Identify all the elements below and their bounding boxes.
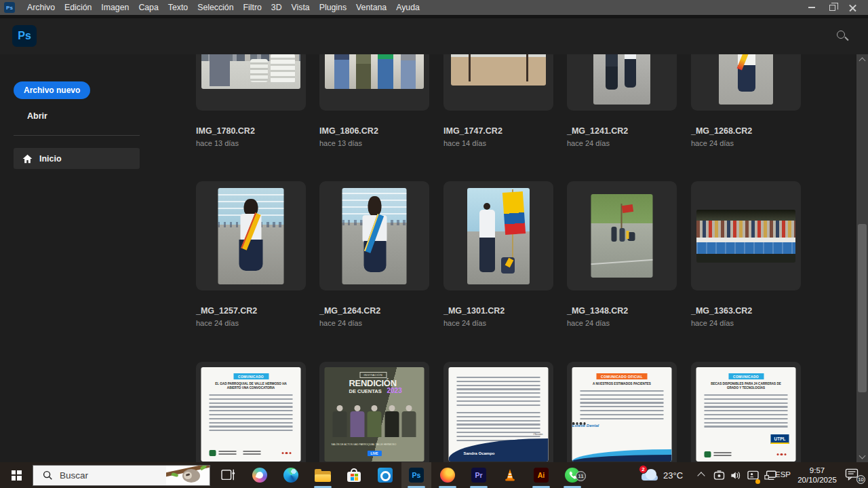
weather-widget[interactable]: 2 23°C bbox=[641, 462, 683, 488]
menu-texto[interactable]: Texto bbox=[163, 1, 193, 14]
menu-ventana[interactable]: Ventana bbox=[351, 1, 391, 14]
scroll-up-arrow[interactable] bbox=[859, 58, 865, 64]
task-view-button[interactable] bbox=[220, 467, 237, 483]
taskbar-search-box[interactable] bbox=[33, 465, 210, 486]
microsoft-store-button[interactable] bbox=[346, 467, 362, 483]
weather-alert-badge: 2 bbox=[639, 465, 648, 474]
new-file-button[interactable]: Archivo nuevo bbox=[14, 81, 90, 99]
firefox-button[interactable] bbox=[439, 467, 456, 483]
sidebar-divider bbox=[14, 135, 140, 136]
clock[interactable]: 9:57 20/10/2025 bbox=[795, 466, 840, 485]
file-card[interactable] bbox=[567, 54, 677, 111]
whatsapp-badge: 11 bbox=[576, 471, 586, 481]
file-card[interactable] bbox=[196, 181, 306, 290]
start-button[interactable] bbox=[0, 462, 33, 488]
close-button[interactable] bbox=[842, 0, 863, 15]
outlook-button[interactable] bbox=[377, 467, 393, 483]
menu-archivo[interactable]: Archivo bbox=[22, 1, 60, 14]
search-input[interactable] bbox=[60, 470, 141, 481]
sidebar-item-home[interactable]: Inicio bbox=[14, 148, 140, 169]
show-hidden-icons-chevron[interactable] bbox=[697, 472, 705, 479]
menu-vista[interactable]: Vista bbox=[287, 1, 315, 14]
file-name[interactable]: _MG_1264.CR2 bbox=[319, 306, 435, 316]
menu-plugins[interactable]: Plugins bbox=[315, 1, 351, 14]
file-name[interactable]: _MG_1363.CR2 bbox=[691, 306, 806, 316]
file-card[interactable]: INVITACIÓN RENDICIÓN DE CUENTAS 2023 SAL… bbox=[319, 362, 429, 462]
poster-title: A NUESTROS ESTIMADOS PACIENTES bbox=[582, 382, 663, 386]
sidebar-home-label: Inicio bbox=[39, 154, 62, 164]
minimize-button[interactable] bbox=[802, 0, 822, 15]
file-card[interactable]: COMUNICADO BECAS DISPONIBLES PARA 24 CAR… bbox=[691, 362, 801, 462]
file-card[interactable] bbox=[691, 54, 801, 111]
keyboard-language-button[interactable]: ESP bbox=[775, 470, 791, 478]
menu-seleccion[interactable]: Selección bbox=[193, 1, 238, 14]
file-name[interactable]: IMG_1780.CR2 bbox=[196, 126, 311, 136]
notification-center-button[interactable]: 10 bbox=[845, 468, 863, 482]
menu-edicion[interactable]: Edición bbox=[60, 1, 96, 14]
menu-items: Archivo Edición Imagen Capa Texto Selecc… bbox=[22, 1, 425, 14]
date-label: 20/10/2025 bbox=[795, 475, 840, 485]
file-card[interactable] bbox=[567, 181, 677, 290]
premiere-icon: Pr bbox=[471, 468, 486, 483]
cast-icon bbox=[713, 470, 725, 481]
restore-icon bbox=[829, 5, 835, 11]
poster-badge: COMUNICADO bbox=[233, 373, 269, 379]
file-card[interactable]: COMUNICADO OFICIAL A NUESTROS ESTIMADOS … bbox=[567, 362, 677, 462]
file-age: hace 13 días bbox=[319, 139, 435, 147]
menu-imagen[interactable]: Imagen bbox=[96, 1, 134, 14]
windows-taskbar: Ps Pr Ai 11 2 23°C bbox=[0, 462, 868, 488]
search-icon bbox=[837, 31, 845, 39]
task-view-icon bbox=[221, 468, 236, 482]
file-name[interactable]: _MG_1348.CR2 bbox=[567, 306, 682, 316]
illustrator-icon: Ai bbox=[534, 468, 549, 483]
file-card[interactable] bbox=[319, 181, 429, 290]
menu-capa[interactable]: Capa bbox=[134, 1, 163, 14]
file-thumbnail: COMUNICADO EL GAD PARROQUIAL DE VALLE HE… bbox=[201, 367, 301, 462]
cast-tray-button[interactable] bbox=[713, 470, 725, 483]
file-card[interactable] bbox=[443, 181, 553, 290]
photoshop-icon: Ps bbox=[409, 468, 424, 483]
file-card[interactable] bbox=[443, 54, 553, 111]
vlc-button[interactable] bbox=[502, 467, 518, 483]
scrollbar-thumb[interactable] bbox=[858, 224, 867, 392]
edge-icon bbox=[283, 468, 298, 483]
file-explorer-icon bbox=[315, 469, 331, 482]
scroll-down-arrow[interactable] bbox=[859, 453, 865, 459]
time-label: 9:57 bbox=[795, 466, 840, 475]
file-card[interactable] bbox=[196, 54, 306, 111]
file-thumbnail: COMUNICADO BECAS DISPONIBLES PARA 24 CAR… bbox=[696, 367, 796, 462]
file-card[interactable] bbox=[691, 181, 801, 290]
photoshop-taskbar-button[interactable]: Ps bbox=[408, 467, 425, 483]
file-name[interactable]: _MG_1241.CR2 bbox=[567, 126, 682, 136]
illustrator-button[interactable]: Ai bbox=[533, 467, 549, 483]
account-notification-tray-button[interactable] bbox=[747, 470, 759, 483]
copilot-button[interactable] bbox=[252, 467, 268, 483]
file-card[interactable]: #Sesión Sandra Ocampo bbox=[443, 362, 553, 462]
file-explorer-button[interactable] bbox=[315, 467, 331, 483]
premiere-button[interactable]: Pr bbox=[471, 467, 487, 483]
volume-tray-button[interactable] bbox=[730, 470, 742, 483]
edge-button[interactable] bbox=[283, 467, 299, 483]
menu-3d[interactable]: 3D bbox=[267, 1, 287, 14]
file-card[interactable]: COMUNICADO EL GAD PARROQUIAL DE VALLE HE… bbox=[196, 362, 306, 462]
file-name[interactable]: _MG_1301.CR2 bbox=[443, 306, 559, 316]
file-card[interactable] bbox=[319, 54, 429, 111]
whatsapp-button[interactable]: 11 bbox=[564, 467, 580, 483]
scrollbar bbox=[856, 54, 868, 462]
outlook-icon bbox=[378, 468, 393, 483]
file-name[interactable]: _MG_1257.CR2 bbox=[196, 306, 311, 316]
file-thumbnail: #Sesión Sandra Ocampo bbox=[449, 367, 549, 462]
cloud-icon: 2 bbox=[641, 469, 658, 481]
restore-button[interactable] bbox=[822, 0, 842, 15]
file-name[interactable]: IMG_1806.CR2 bbox=[319, 126, 435, 136]
search-highlight-sloth-image[interactable] bbox=[166, 465, 210, 486]
file-thumbnail bbox=[218, 188, 284, 284]
search-button[interactable] bbox=[835, 29, 850, 44]
menu-ayuda[interactable]: Ayuda bbox=[391, 1, 425, 14]
file-name[interactable]: _MG_1268.CR2 bbox=[691, 126, 806, 136]
file-name[interactable]: IMG_1747.CR2 bbox=[443, 126, 559, 136]
menu-filtro[interactable]: Filtro bbox=[239, 1, 267, 14]
home-sidebar: Archivo nuevo Abrir Inicio bbox=[0, 54, 183, 462]
file-thumbnail bbox=[451, 54, 546, 86]
open-button[interactable]: Abrir bbox=[27, 111, 47, 121]
